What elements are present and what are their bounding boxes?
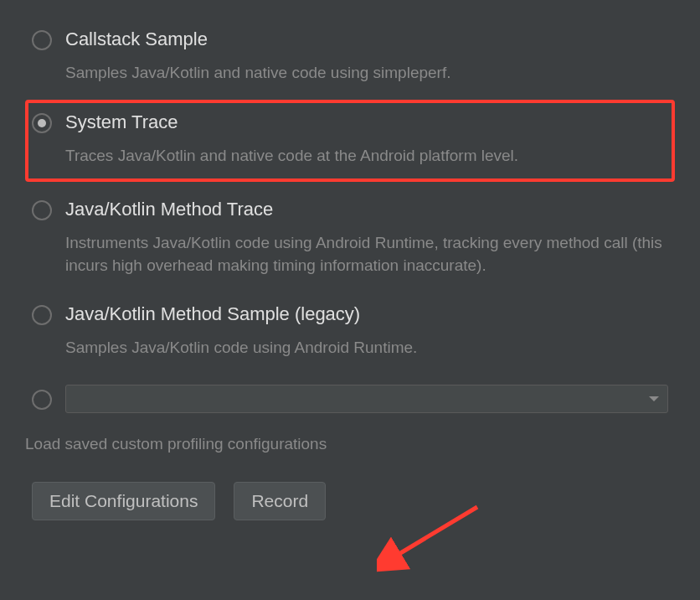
radio-custom-config[interactable] <box>32 390 52 410</box>
option-content: Callstack Sample Samples Java/Kotlin and… <box>65 28 668 85</box>
button-row: Edit Configurations Record <box>32 482 675 520</box>
option-desc: Instruments Java/Kotlin code using Andro… <box>65 232 668 277</box>
option-desc: Traces Java/Kotlin and native code at th… <box>65 145 668 168</box>
option-callstack-sample[interactable]: Callstack Sample Samples Java/Kotlin and… <box>25 17 675 100</box>
option-title: System Trace <box>65 111 668 133</box>
radio-callstack-sample[interactable] <box>32 30 52 50</box>
option-system-trace[interactable]: System Trace Traces Java/Kotlin and nati… <box>25 100 675 183</box>
option-title: Java/Kotlin Method Sample (legacy) <box>65 303 668 325</box>
option-java-kotlin-method-trace[interactable]: Java/Kotlin Method Trace Instruments Jav… <box>25 187 675 292</box>
option-content: Java/Kotlin Method Sample (legacy) Sampl… <box>65 303 668 359</box>
edit-configurations-button[interactable]: Edit Configurations <box>32 482 215 520</box>
option-title: Java/Kotlin Method Trace <box>65 199 668 220</box>
radio-system-trace[interactable] <box>32 113 52 133</box>
option-content: System Trace Traces Java/Kotlin and nati… <box>65 111 668 168</box>
chevron-down-icon <box>649 396 659 401</box>
radio-java-kotlin-method-trace[interactable] <box>32 200 52 220</box>
option-java-kotlin-method-sample[interactable]: Java/Kotlin Method Sample (legacy) Sampl… <box>25 292 675 375</box>
dropdown-row <box>25 376 675 422</box>
option-content: Java/Kotlin Method Trace Instruments Jav… <box>65 199 668 277</box>
option-title: Callstack Sample <box>65 28 668 50</box>
radio-java-kotlin-method-sample[interactable] <box>32 305 52 325</box>
option-desc: Samples Java/Kotlin code using Android R… <box>65 337 668 359</box>
help-text: Load saved custom profiling configuratio… <box>25 435 675 453</box>
custom-config-dropdown[interactable] <box>65 385 668 413</box>
option-desc: Samples Java/Kotlin and native code usin… <box>65 62 668 85</box>
record-button[interactable]: Record <box>234 482 326 520</box>
